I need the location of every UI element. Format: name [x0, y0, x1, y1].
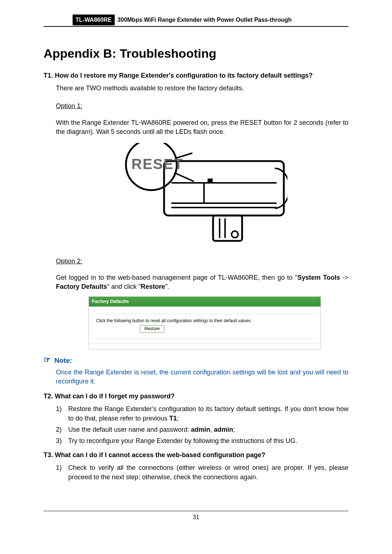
reset-diagram: RESET: [117, 143, 287, 248]
option2-label: Option 2:: [56, 257, 82, 266]
restore-button[interactable]: Restore: [140, 325, 164, 333]
step-number: 1): [56, 463, 68, 481]
model-description: 300Mbps WiFi Range Extender with Power O…: [115, 15, 295, 25]
note-block: ☞ Note:: [44, 356, 348, 366]
list-item: 1) Restore the Range Extender's configur…: [56, 405, 348, 423]
arrow: ->: [340, 274, 348, 281]
note-icon: ☞: [44, 356, 51, 364]
t2-step3: Try to reconfigure your Range Extender b…: [68, 436, 348, 446]
troubleshoot-item-t1: T1. How do I restore my Range Extender's…: [44, 71, 348, 80]
t2-step2: Use the default user name and password: …: [68, 425, 348, 434]
option2-text-end: ".: [165, 283, 169, 290]
t2-step2-a: Use the default user name and password:: [68, 426, 191, 433]
page-header: TL-WA860RE 300Mbps WiFi Range Extender w…: [44, 15, 348, 27]
troubleshoot-item-t3: T3. What can I do if I cannot access the…: [44, 451, 348, 460]
troubleshoot-item-t2: T2. What can I do if I forget my passwor…: [44, 392, 348, 401]
svg-point-9: [232, 231, 238, 238]
list-item: 1) Check to verify all the connections (…: [56, 463, 348, 481]
page-title: Appendix B: Troubleshooting: [44, 45, 348, 62]
panel-header: Factory Defaults: [89, 297, 320, 306]
system-tools-bold: System Tools: [297, 274, 340, 281]
option1-text: With the Range Extender TL-WA860RE power…: [56, 118, 348, 136]
svg-rect-5: [208, 178, 213, 183]
t2-step2-e: ;: [233, 426, 235, 433]
t2-step2-d: admin: [214, 426, 233, 433]
reset-label: RESET: [131, 156, 183, 172]
t2-step1: Restore the Range Extender's configurati…: [68, 405, 348, 423]
t2-step1-a: Restore the Range Extender's configurati…: [68, 405, 348, 422]
option1-label: Option 1:: [56, 102, 82, 111]
list-item: 3) Try to reconfigure your Range Extende…: [56, 436, 348, 446]
page-number: 31: [193, 514, 199, 520]
t1-number: T1.: [44, 72, 53, 79]
t2-steps: 1) Restore the Range Extender's configur…: [56, 405, 348, 446]
t1-intro: There are TWO methods available to resto…: [56, 84, 348, 93]
t2-step2-b: admin: [191, 426, 210, 433]
t3-step1: Check to verify all the connections (eit…: [68, 463, 348, 481]
t2-step1-bold: T1: [169, 415, 177, 422]
option2-text-mid: " and click ": [107, 283, 141, 290]
model-label: TL-WA860RE: [73, 15, 115, 25]
factory-defaults-panel: Factory Defaults Click the following but…: [89, 296, 321, 349]
note-label: Note:: [54, 356, 72, 366]
panel-instruction: Click the following button to reset all …: [96, 318, 316, 324]
factory-defaults-bold: Factory Defaults: [56, 283, 107, 290]
note-text: Once the Range Extender is reset, the cu…: [56, 368, 348, 386]
t2-number: T2.: [44, 393, 53, 400]
t3-steps: 1) Check to verify all the connections (…: [56, 463, 348, 481]
step-number: 3): [56, 436, 68, 446]
t2-step1-c: ;: [177, 415, 179, 422]
t3-number: T3.: [44, 451, 53, 459]
t2-step2-c: ,: [210, 426, 214, 433]
step-number: 1): [56, 405, 68, 423]
t2-title: What can I do if I forget my password?: [55, 393, 175, 400]
list-item: 2) Use the default user name and passwor…: [56, 425, 348, 434]
option2-text: Get logged in to the web-based managemen…: [56, 273, 348, 291]
t3-title: What can I do if I cannot access the web…: [55, 451, 265, 459]
svg-line-12: [174, 173, 194, 181]
restore-bold: Restore: [141, 283, 165, 290]
step-number: 2): [56, 425, 68, 434]
t1-title: How do I restore my Range Extender's con…: [55, 72, 313, 79]
option2-text-pre: Get logged in to the web-based managemen…: [56, 274, 297, 281]
page-footer: 31: [44, 511, 348, 521]
